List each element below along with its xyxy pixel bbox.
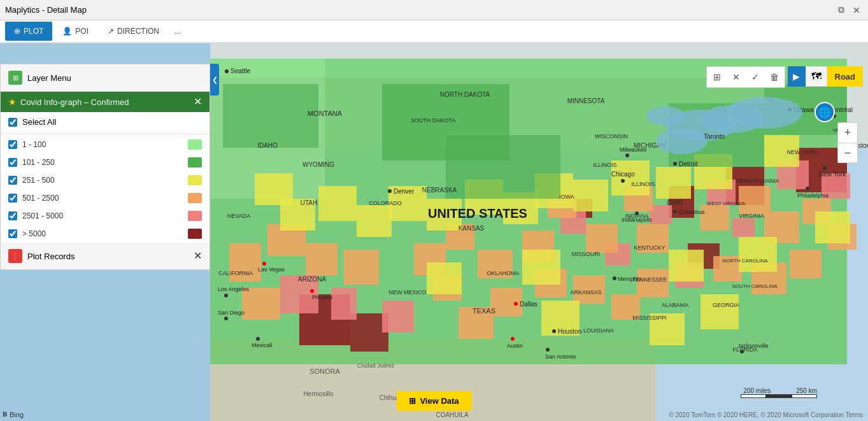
svg-text:Indianapolis: Indianapolis <box>622 217 653 223</box>
map-icon-bar: ⊞ ✕ ✓ 🗑 <box>706 66 785 88</box>
scale-seg-white2 <box>792 394 817 398</box>
covid-panel: ★ Covid Info-graph – Confirmed ✕ Select … <box>0 92 210 243</box>
svg-text:SOUTH CAROLINA: SOUTH CAROLINA <box>732 283 778 289</box>
map-icon-home[interactable]: ⊞ <box>708 68 726 86</box>
pin-icon: 📍 <box>11 252 20 260</box>
svg-text:ILLINOIS: ILLINOIS <box>631 181 655 187</box>
layer-menu-icon: ⊞ <box>8 71 22 85</box>
svg-rect-60 <box>573 180 608 211</box>
svg-point-161 <box>511 337 515 341</box>
svg-text:SONORA: SONORA <box>309 367 340 375</box>
svg-rect-27 <box>242 288 280 320</box>
svg-point-159 <box>625 153 629 157</box>
scale-seg-white <box>741 394 766 398</box>
road-label: Road <box>827 66 864 87</box>
zoom-in-button[interactable]: + <box>837 122 858 143</box>
svg-point-143 <box>635 211 639 215</box>
svg-point-129 <box>673 162 677 166</box>
covid-panel-title: Covid Info-graph – Confirmed <box>20 97 129 107</box>
poi-icon: 👤 <box>62 27 72 36</box>
svg-point-121 <box>388 189 392 193</box>
svg-text:Detroit: Detroit <box>679 161 698 168</box>
svg-text:PENNSYLVANIA: PENNSYLVANIA <box>736 178 779 184</box>
svg-text:MONTANA: MONTANA <box>308 110 343 117</box>
map-type-icon: 🗺 <box>806 66 827 87</box>
road-arrow-button[interactable]: ▶ <box>788 66 806 87</box>
legend-checkbox-101-250[interactable] <box>8 158 17 167</box>
bing-icon: 𝐁 <box>3 410 7 418</box>
svg-text:WEST VIRGINIA: WEST VIRGINIA <box>707 201 746 206</box>
legend-checkbox-1-100[interactable] <box>8 140 17 149</box>
legend-checkbox-2501-5000[interactable] <box>8 211 17 220</box>
zoom-out-button[interactable]: − <box>837 143 858 163</box>
svg-point-155 <box>224 317 228 320</box>
plot-records-close-button[interactable]: ✕ <box>194 251 202 261</box>
map-icon-check[interactable]: ✓ <box>746 68 764 86</box>
close-button[interactable]: ✕ <box>850 4 863 17</box>
svg-rect-66 <box>522 250 560 285</box>
svg-rect-68 <box>739 237 777 272</box>
view-data-button[interactable]: ⊞ View Data <box>396 391 471 411</box>
copyright: © 2020 TomTom © 2020 HERE, © 2020 Micros… <box>669 411 863 418</box>
svg-text:COAHUILA: COAHUILA <box>436 411 468 418</box>
svg-rect-53 <box>318 186 357 221</box>
select-all-checkbox[interactable] <box>8 118 17 127</box>
svg-point-163 <box>546 348 550 352</box>
svg-text:NEW MEXICO: NEW MEXICO <box>388 289 426 296</box>
svg-text:Jacksonville: Jacksonville <box>737 343 769 349</box>
titlebar: Maplytics - Detail Map ⧉ ✕ <box>0 0 868 20</box>
svg-text:ARIZONA: ARIZONA <box>298 276 327 283</box>
svg-text:Philadelphia: Philadelphia <box>797 192 829 199</box>
legend-item-501-2500: 501 - 2500 <box>1 189 210 207</box>
svg-text:Milwaukee: Milwaukee <box>620 146 647 153</box>
direction-button[interactable]: ↗ DIRECTION <box>99 22 168 41</box>
select-all-label: Select All <box>22 117 56 127</box>
legend-checkbox-251-500[interactable] <box>8 176 17 185</box>
sidebar-collapse-button[interactable]: ❮ <box>210 64 219 96</box>
legend-checkbox-501-2500[interactable] <box>8 194 17 203</box>
titlebar-controls: ⧉ ✕ <box>835 4 863 17</box>
poi-button[interactable]: 👤 POI <box>53 22 97 41</box>
svg-point-147 <box>740 350 744 353</box>
svg-text:CALIFORNIA: CALIFORNIA <box>218 270 253 276</box>
svg-text:Ciudad Juárez: Ciudad Juárez <box>357 362 395 369</box>
globe-icon: 🌐 <box>815 102 835 122</box>
svg-text:MISSOURI: MISSOURI <box>572 251 601 257</box>
svg-rect-36 <box>701 205 729 231</box>
covid-panel-header: ★ Covid Info-graph – Confirmed ✕ <box>1 92 210 112</box>
svg-text:ARKANSAS: ARKANSAS <box>570 289 601 296</box>
svg-point-169 <box>646 106 685 125</box>
svg-point-149 <box>262 262 266 266</box>
svg-point-151 <box>310 289 314 293</box>
svg-rect-21 <box>732 218 755 237</box>
svg-point-141 <box>673 210 677 213</box>
map-icon-delete[interactable]: 🗑 <box>765 68 783 86</box>
restore-button[interactable]: ⧉ <box>835 4 848 17</box>
select-all-row: Select All <box>1 112 210 132</box>
svg-text:Seattle: Seattle <box>231 68 251 75</box>
svg-text:NEW YORK: NEW YORK <box>787 149 818 155</box>
more-button[interactable]: ... <box>169 22 186 41</box>
svg-text:Memphis: Memphis <box>618 276 641 282</box>
sidebar: ⊞ Layer Menu ★ Covid Info-graph – Confir… <box>0 64 210 406</box>
legend-checkbox-gt5000[interactable] <box>8 229 17 238</box>
legend-swatch-501-2500 <box>188 193 202 203</box>
svg-rect-25 <box>306 243 338 275</box>
map-icon-cancel[interactable]: ✕ <box>727 68 745 86</box>
svg-point-125 <box>552 329 556 333</box>
svg-text:ALABAMA: ALABAMA <box>662 302 689 308</box>
covid-panel-close-button[interactable]: ✕ <box>194 97 202 107</box>
direction-icon: ↗ <box>108 27 114 36</box>
svg-point-145 <box>613 276 616 280</box>
svg-text:NORTH CAROLINA: NORTH CAROLINA <box>722 258 768 264</box>
scale-labels: 200 miles 250 km <box>743 387 817 394</box>
legend-item-2501-5000: 2501 - 5000 <box>1 207 210 225</box>
plot-button[interactable]: ⊕ PLOT <box>5 22 52 41</box>
svg-text:UTAH: UTAH <box>301 199 317 206</box>
svg-text:KANSAS: KANSAS <box>459 225 485 232</box>
svg-rect-14 <box>382 301 414 332</box>
legend-item-gt5000: > 5000 <box>1 225 210 243</box>
scale-miles: 200 miles <box>743 387 771 394</box>
plot-records-panel: 📍 Plot Records ✕ <box>0 243 210 270</box>
svg-text:Hermosillo: Hermosillo <box>303 390 334 397</box>
